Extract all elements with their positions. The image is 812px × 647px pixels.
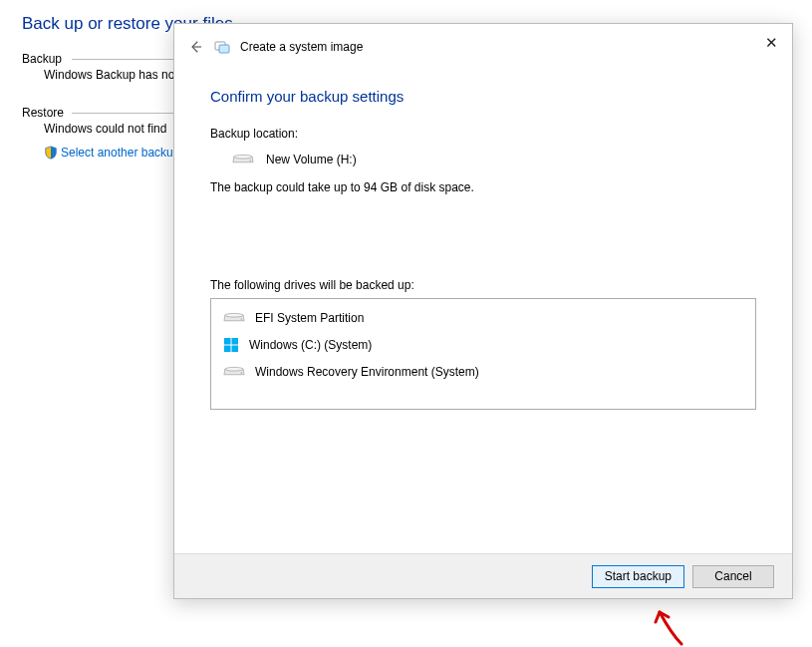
- link-text: Select another backu: [61, 146, 173, 160]
- svg-point-10: [225, 367, 243, 371]
- disk-space-text: The backup could take up to 94 GB of dis…: [210, 180, 756, 194]
- drives-listbox[interactable]: EFI System Partition Windows (C:) (Syste…: [210, 298, 756, 410]
- hard-drive-icon: [232, 153, 254, 166]
- hard-drive-icon: [223, 365, 245, 379]
- windows-logo-icon: [223, 337, 239, 353]
- svg-point-5: [241, 318, 242, 319]
- list-item[interactable]: EFI System Partition: [211, 305, 755, 331]
- select-another-backup-link[interactable]: Select another backu: [44, 146, 173, 160]
- start-backup-button[interactable]: Start backup: [592, 565, 684, 588]
- svg-point-4: [225, 313, 243, 317]
- svg-rect-6: [224, 338, 231, 345]
- list-item[interactable]: Windows Recovery Environment (System): [211, 359, 755, 385]
- dialog-footer: Start backup Cancel: [174, 553, 792, 598]
- cancel-button[interactable]: Cancel: [692, 565, 774, 588]
- svg-rect-7: [232, 338, 239, 345]
- svg-rect-8: [224, 346, 231, 353]
- drive-name: Windows Recovery Environment (System): [255, 365, 479, 379]
- close-button[interactable]: ✕: [765, 34, 778, 52]
- drive-name: EFI System Partition: [255, 311, 364, 325]
- backup-location-label: Backup location:: [210, 127, 756, 141]
- confirm-heading: Confirm your backup settings: [210, 88, 756, 105]
- create-system-image-dialog: ✕ Create a system image Confirm your bac…: [173, 23, 793, 599]
- drive-name: Windows (C:) (System): [249, 338, 372, 352]
- dialog-header: Create a system image: [174, 24, 792, 64]
- svg-point-2: [234, 155, 252, 159]
- svg-rect-1: [219, 45, 229, 53]
- shield-icon: [44, 146, 58, 160]
- backup-location-value: New Volume (H:): [266, 153, 357, 166]
- dialog-body: Confirm your backup settings Backup loca…: [174, 64, 792, 420]
- backup-location-row: New Volume (H:): [232, 153, 756, 166]
- hard-drive-icon: [223, 311, 245, 325]
- drives-to-backup-label: The following drives will be backed up:: [210, 278, 756, 292]
- svg-point-11: [241, 372, 242, 373]
- back-arrow-icon[interactable]: [186, 38, 204, 56]
- system-image-icon: [214, 39, 230, 55]
- svg-rect-9: [232, 346, 239, 353]
- list-item[interactable]: Windows (C:) (System): [211, 331, 755, 359]
- wizard-title: Create a system image: [240, 40, 363, 54]
- svg-point-3: [250, 160, 251, 161]
